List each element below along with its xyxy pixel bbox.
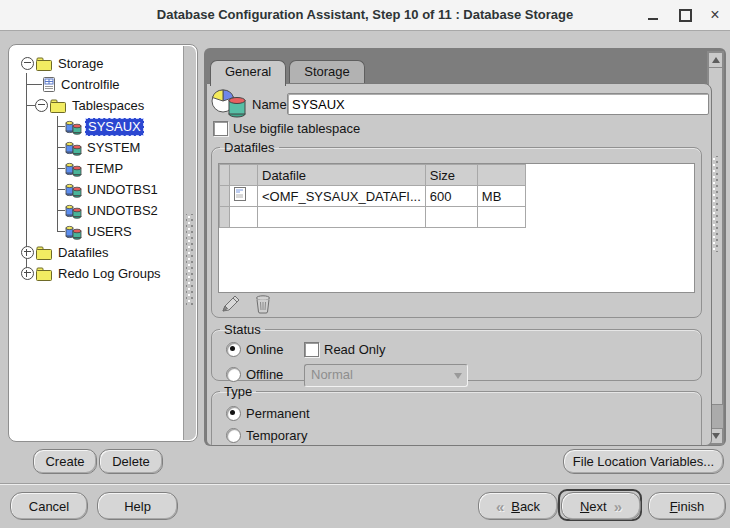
datafile-icon	[234, 187, 247, 202]
permanent-radio-row: Permanent	[226, 406, 310, 421]
storage-tree-panel: Storage Controlfile Tablespaces SYSAUX S…	[8, 44, 198, 442]
type-group: Type Permanent Temporary	[211, 384, 702, 446]
create-button[interactable]: Create	[33, 449, 97, 474]
dbca-window: Database Configuration Assistant, Step 1…	[0, 0, 730, 528]
datafile-size-cell: 600	[425, 186, 477, 207]
bigfile-checkbox[interactable]	[213, 121, 228, 136]
table-header-row: Datafile Size	[220, 165, 526, 186]
scrollbar-grip[interactable]	[186, 214, 194, 306]
tree-item-undotbs2[interactable]: UNDOTBS2	[13, 200, 181, 221]
tree-item-label: Controlfile	[59, 77, 122, 93]
status-legend: Status	[220, 322, 265, 337]
table-actions	[220, 294, 272, 314]
storage-tree: Storage Controlfile Tablespaces SYSAUX S…	[13, 53, 181, 293]
offline-mode-value: Normal	[311, 367, 353, 382]
tree-item-users[interactable]: USERS	[13, 221, 181, 242]
datafile-name-cell: <OMF_SYSAUX_DATAFI...	[258, 186, 426, 207]
delete-trash-icon[interactable]	[254, 294, 272, 314]
column-header-size: Size	[425, 165, 477, 186]
tree-item-undotbs1[interactable]: UNDOTBS1	[13, 179, 181, 200]
permanent-radio[interactable]	[226, 406, 241, 421]
next-button[interactable]: Next »	[561, 492, 641, 520]
online-label: Online	[246, 342, 284, 357]
online-radio-row: Online	[226, 342, 284, 357]
tree-item-controlfile[interactable]: Controlfile	[13, 74, 181, 95]
expand-icon[interactable]	[21, 267, 34, 280]
tree-item-datafiles[interactable]: Datafiles	[13, 242, 181, 263]
back-label: Back	[511, 499, 540, 514]
help-button[interactable]: Help	[97, 492, 178, 520]
column-header	[220, 165, 230, 186]
offline-label: Offline	[246, 367, 283, 382]
arrow-up-icon	[712, 57, 720, 63]
status-group: Status Online Read Only Offline Normal	[211, 322, 702, 381]
tree-item-label: SYSTEM	[85, 140, 142, 156]
back-button[interactable]: « Back	[478, 492, 558, 520]
file-location-variables-button[interactable]: File Location Variables...	[563, 449, 724, 474]
finish-label: Finish	[670, 499, 705, 514]
tree-item-label: Redo Log Groups	[56, 266, 163, 282]
column-header-datafile: Datafile	[258, 165, 426, 186]
tree-item-label: Tablespaces	[70, 98, 146, 114]
tablespace-icon	[65, 224, 82, 240]
read-only-checkbox[interactable]	[304, 342, 319, 357]
name-input[interactable]	[287, 93, 709, 115]
tree-item-system[interactable]: SYSTEM	[13, 137, 181, 158]
tablespace-icon	[65, 182, 82, 198]
offline-radio[interactable]	[226, 367, 241, 382]
tree-item-storage[interactable]: Storage	[13, 53, 181, 74]
tree-item-label: Datafiles	[56, 245, 111, 261]
next-label: Next	[580, 499, 607, 514]
tab-storage[interactable]: Storage	[289, 60, 365, 84]
tree-item-redo-log-groups[interactable]: Redo Log Groups	[13, 263, 181, 284]
temporary-radio-row: Temporary	[226, 428, 307, 443]
empty-cell	[425, 207, 477, 228]
offline-radio-row: Offline	[226, 367, 283, 382]
collapse-icon[interactable]	[35, 99, 48, 112]
general-tab-panel: Name: Use bigfile tablespace Datafiles D…	[206, 83, 712, 446]
tree-item-tablespaces[interactable]: Tablespaces	[13, 95, 181, 116]
expand-icon[interactable]	[21, 246, 34, 259]
tablespace-icon	[65, 161, 82, 177]
tablespace-large-icon	[210, 88, 248, 120]
empty-cell	[477, 207, 525, 228]
edit-pencil-icon[interactable]	[220, 294, 244, 314]
maximize-icon	[679, 9, 692, 22]
tree-item-label: Storage	[56, 56, 106, 72]
tree-scrollbar[interactable]	[183, 46, 196, 440]
minimize-icon	[648, 18, 658, 20]
type-legend: Type	[220, 384, 256, 399]
finish-button[interactable]: Finish	[648, 492, 726, 520]
empty-cell	[230, 207, 258, 228]
datafiles-legend: Datafiles	[220, 140, 279, 155]
title-bar: Database Configuration Assistant, Step 1…	[0, 0, 730, 31]
tablespace-icon	[65, 119, 82, 135]
cancel-button[interactable]: Cancel	[10, 492, 88, 520]
tree-item-temp[interactable]: TEMP	[13, 158, 181, 179]
tab-general[interactable]: General	[210, 60, 286, 86]
tab-area: General Storage Name: Use bigfile tables…	[204, 48, 726, 446]
tablespace-icon	[65, 140, 82, 156]
column-header	[230, 165, 258, 186]
collapse-icon[interactable]	[21, 57, 34, 70]
maximize-button[interactable]	[674, 0, 696, 30]
table-row[interactable]: <OMF_SYSAUX_DATAFI... 600 MB	[220, 186, 526, 207]
bigfile-label: Use bigfile tablespace	[233, 121, 360, 136]
tablespace-icon	[65, 203, 82, 219]
close-button[interactable]: ×	[704, 0, 726, 30]
scroll-up-button[interactable]	[708, 52, 723, 68]
minimize-button[interactable]	[642, 0, 664, 30]
tree-item-sysaux[interactable]: SYSAUX	[13, 116, 181, 137]
delete-button[interactable]: Delete	[99, 449, 163, 474]
read-only-row: Read Only	[304, 342, 385, 357]
row-header-cell	[220, 186, 230, 207]
folder-icon	[50, 99, 67, 113]
tab-strip: General Storage	[210, 60, 368, 84]
table-row-empty[interactable]	[220, 207, 526, 228]
temporary-radio[interactable]	[226, 428, 241, 443]
folder-icon	[36, 57, 53, 71]
folder-icon	[36, 246, 53, 260]
online-radio[interactable]	[226, 342, 241, 357]
back-chevron-icon: «	[496, 498, 504, 515]
datafiles-table: Datafile Size <OMF_SYSAUX_DATAFI... 600 …	[219, 164, 526, 228]
